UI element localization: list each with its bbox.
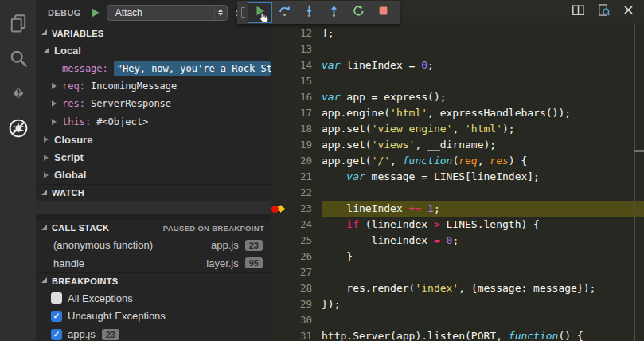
activity-bar-item-search[interactable] — [0, 42, 36, 77]
code-line[interactable]: 14var lineIndex = 0; — [271, 57, 644, 73]
editor-gutter[interactable]: 20 — [271, 153, 322, 169]
editor-gutter[interactable]: 14 — [271, 57, 322, 73]
variables-scope-row[interactable]: Closure — [36, 131, 271, 148]
editor-gutter[interactable]: 31 — [271, 328, 322, 341]
code-line[interactable]: 22 — [271, 185, 644, 201]
call-stack-section-header[interactable]: CALL STACK PAUSED ON BREAKPOINT — [36, 219, 271, 236]
variables-scope-row[interactable]: Local — [36, 41, 271, 59]
variable-row[interactable]: req:IncomingMessage — [36, 77, 271, 95]
breakpoint-checkbox[interactable]: ✓ — [51, 329, 62, 340]
editor-gutter[interactable]: 29 — [271, 296, 322, 312]
breakpoint-margin[interactable] — [271, 296, 285, 312]
variables-scope-row[interactable]: Script — [36, 148, 271, 166]
editor-gutter[interactable]: 26 — [271, 249, 322, 265]
start-debug-icon[interactable] — [90, 7, 101, 18]
code-line[interactable]: 27 — [271, 265, 644, 280]
open-preview-button[interactable] — [597, 3, 611, 20]
breakpoint-margin[interactable] — [271, 41, 285, 57]
step-into-button[interactable] — [297, 2, 322, 23]
editor-gutter[interactable]: 27 — [271, 265, 322, 280]
activity-bar-item-debug[interactable] — [0, 112, 36, 147]
restart-button[interactable] — [346, 2, 371, 23]
breakpoint-margin[interactable] — [271, 312, 285, 328]
launch-config-dropdown[interactable]: Attach — [107, 5, 228, 21]
editor-gutter[interactable]: 18 — [271, 121, 322, 137]
editor-gutter[interactable]: 21 — [271, 169, 322, 185]
breakpoint-row[interactable]: ✓Uncaught Exceptions — [36, 308, 271, 326]
breakpoint-margin[interactable] — [271, 233, 285, 249]
editor-gutter[interactable]: 15 — [271, 73, 322, 89]
editor-gutter[interactable]: 22 — [271, 185, 322, 201]
code-line[interactable]: 19app.set('views', __dirname); — [271, 137, 644, 153]
code-line[interactable]: 24 if (lineIndex > LINES.length) { — [271, 217, 644, 233]
code-line[interactable]: 16var app = express(); — [271, 89, 644, 105]
code-line[interactable]: 17app.engine('html', expressHandlebars()… — [271, 105, 644, 121]
code-line[interactable]: 23 lineIndex += 1; — [271, 201, 644, 217]
code-line[interactable]: 21 var message = LINES[lineIndex]; — [271, 169, 644, 185]
watch-empty-area[interactable] — [36, 201, 271, 214]
code-area[interactable]: 12];1314var lineIndex = 0;1516var app = … — [271, 23, 644, 341]
activity-bar-item-explorer[interactable] — [0, 7, 36, 42]
breakpoint-margin[interactable] — [271, 57, 285, 73]
code-line[interactable]: 15 — [271, 73, 644, 89]
code-line[interactable]: 31http.Server(app).listen(PORT, function… — [271, 328, 644, 341]
code-line[interactable]: 20app.get('/', function(req, res) { — [271, 153, 644, 169]
breakpoint-margin[interactable] — [271, 89, 285, 105]
breakpoint-margin[interactable] — [271, 265, 285, 280]
watch-section-header[interactable]: WATCH — [36, 184, 271, 201]
overview-ruler[interactable] — [634, 23, 635, 341]
code-line[interactable]: 13 — [271, 41, 644, 57]
editor-gutter[interactable]: 23 — [271, 201, 322, 217]
editor-gutter[interactable]: 12 — [271, 25, 322, 41]
breakpoint-margin[interactable] — [271, 328, 285, 341]
stop-button[interactable] — [371, 2, 396, 23]
call-stack-frame[interactable]: handlelayer.js95 — [36, 254, 271, 272]
split-editor-button[interactable] — [572, 3, 585, 20]
breakpoint-margin[interactable] — [271, 105, 285, 121]
continue-button[interactable] — [248, 2, 272, 23]
breakpoint-margin[interactable] — [271, 137, 285, 153]
breakpoint-margin[interactable] — [271, 121, 285, 137]
code-line[interactable]: 28 res.render('index', {message: message… — [271, 280, 644, 296]
breakpoint-row[interactable]: ✓app.js23 — [36, 325, 271, 341]
editor-gutter[interactable]: 17 — [271, 105, 322, 121]
variable-row[interactable]: res:ServerResponse — [36, 95, 271, 112]
call-stack-frame[interactable]: (anonymous function)app.js23 — [36, 236, 271, 254]
editor-gutter[interactable]: 28 — [271, 280, 322, 296]
editor-gutter[interactable]: 16 — [271, 89, 322, 105]
breakpoint-margin[interactable] — [271, 201, 285, 217]
activity-bar-item-source-control[interactable] — [0, 77, 36, 112]
breakpoint-margin[interactable] — [271, 153, 285, 169]
line-number: 27 — [285, 265, 322, 280]
variables-section-header[interactable]: VARIABLES — [36, 25, 271, 41]
breakpoint-checkbox[interactable]: ✓ — [51, 311, 62, 322]
code-line[interactable]: 12]; — [271, 25, 644, 41]
breakpoints-section-header[interactable]: BREAKPOINTS — [36, 272, 271, 289]
editor-gutter[interactable]: 24 — [271, 217, 322, 233]
breakpoint-margin[interactable] — [271, 217, 285, 233]
breakpoint-margin[interactable] — [271, 280, 285, 296]
breakpoint-margin[interactable] — [271, 249, 285, 265]
editor-gutter[interactable]: 30 — [271, 312, 322, 328]
close-button[interactable] — [623, 4, 634, 19]
variable-value[interactable]: "Hey, now, you're a Rock Star… — [114, 61, 271, 76]
code-line[interactable]: 25 lineIndex = 0; — [271, 233, 644, 249]
code-line[interactable]: 26 } — [271, 249, 644, 265]
editor-gutter[interactable]: 13 — [271, 41, 322, 57]
breakpoint-margin[interactable] — [271, 73, 285, 89]
step-out-button[interactable] — [322, 2, 346, 23]
breakpoint-checkbox[interactable] — [51, 292, 62, 304]
code-line[interactable]: 30 — [271, 312, 644, 328]
breakpoint-row[interactable]: All Exceptions — [36, 289, 271, 308]
breakpoint-margin[interactable] — [271, 185, 285, 201]
variable-row[interactable]: this:#<Object> — [36, 113, 271, 131]
breakpoint-margin[interactable] — [271, 169, 285, 185]
variables-scope-row[interactable]: Global — [36, 167, 271, 184]
variable-row[interactable]: message:"Hey, now, you're a Rock Star… — [36, 59, 271, 76]
editor-gutter[interactable]: 19 — [271, 137, 322, 153]
step-over-button[interactable] — [272, 2, 297, 23]
code-line[interactable]: 18app.set('view engine', 'html'); — [271, 121, 644, 137]
editor-gutter[interactable]: 25 — [271, 233, 322, 249]
code-line[interactable]: 29}); — [271, 296, 644, 312]
breakpoint-margin[interactable] — [271, 25, 285, 41]
